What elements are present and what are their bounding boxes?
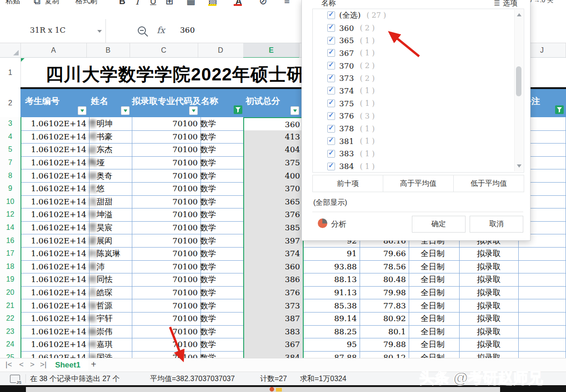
cell-code-3[interactable]: 70100 xyxy=(130,117,201,131)
cell-code-5[interactable]: 70100 xyxy=(130,143,201,157)
cell-major-8[interactable]: 数学 xyxy=(198,169,246,183)
filter-dropdown-c[interactable] xyxy=(189,106,198,115)
row-header-10[interactable]: 10 xyxy=(0,195,21,209)
filter-dropdown-e[interactable] xyxy=(291,106,299,115)
cell-id-19[interactable]: 1.06102E+14 xyxy=(20,273,90,287)
cell-major-24[interactable]: 数学 xyxy=(198,338,246,352)
cell-status-21[interactable]: 拟录取 xyxy=(459,299,519,313)
bold-button[interactable]: B xyxy=(119,0,125,6)
cell-remark-25[interactable] xyxy=(518,351,566,358)
cell-major-10[interactable]: 数学 xyxy=(198,195,246,209)
row-header-12[interactable]: 12 xyxy=(0,208,21,222)
copy-icon[interactable]: ⧉ xyxy=(34,0,40,6)
cell-name-4[interactable]: 邓书豪 xyxy=(86,130,132,144)
cell-name-5[interactable]: 赵东杰 xyxy=(86,143,132,157)
cell-remark-22[interactable] xyxy=(518,312,566,326)
cell-f-22[interactable]: 89.14 xyxy=(299,312,360,326)
cell-id-22[interactable]: 1.06102E+14 xyxy=(20,312,90,326)
cell-code-22[interactable]: 70100 xyxy=(130,312,201,326)
cell-id-21[interactable]: 1.06102E+14 xyxy=(20,299,90,313)
add-sheet-button[interactable]: + xyxy=(91,359,96,370)
row-header-23[interactable]: 23 xyxy=(0,325,21,339)
active-filter-funnel-icon[interactable] xyxy=(234,105,242,114)
cell-code-24[interactable]: 70100 xyxy=(130,338,201,352)
cell-code-8[interactable]: 70100 xyxy=(130,169,201,183)
cell-code-16[interactable]: 70100 xyxy=(130,234,201,248)
cell-g-19[interactable]: 80.48 xyxy=(357,273,409,287)
cell-type-24[interactable]: 全日制 xyxy=(406,338,460,352)
cell-id-17[interactable]: 1.06102E+14 xyxy=(20,247,90,261)
cell-f-24[interactable]: 95 xyxy=(299,338,360,352)
cell-name-17[interactable]: 刘陈岚琳 xyxy=(86,247,132,261)
cell-remark-21[interactable] xyxy=(518,299,566,313)
scroll-down-icon[interactable] xyxy=(517,164,521,168)
cell-remark-24[interactable] xyxy=(518,338,566,352)
checkbox-checked-icon[interactable]: ✓ xyxy=(327,74,335,82)
select-all-corner[interactable] xyxy=(0,43,21,57)
cell-g-25[interactable]: 80.12 xyxy=(357,351,409,358)
scroll-up-icon[interactable] xyxy=(517,13,521,16)
cell-type-18[interactable]: 全日制 xyxy=(406,260,460,274)
cell-g-24[interactable]: 79.88 xyxy=(357,338,409,352)
cell-id-14[interactable]: 1.06102E+14 xyxy=(20,221,90,235)
cell-code-4[interactable]: 70100 xyxy=(130,130,201,144)
cell-name-14[interactable]: 贾昊宸 xyxy=(86,221,132,235)
cell-f-21[interactable]: 85.38 xyxy=(299,299,360,313)
cell-id-10[interactable]: 1.06102E+14 xyxy=(20,195,90,209)
row-header-20[interactable]: 20 xyxy=(0,286,21,300)
cell-status-25[interactable]: 拟录取 xyxy=(459,351,519,358)
row-header-18[interactable]: 18 xyxy=(0,260,21,274)
row-header-7[interactable]: 7 xyxy=(0,156,21,170)
cell-score-10[interactable]: 365 xyxy=(243,195,304,209)
cell-score-19[interactable]: 386 xyxy=(243,273,304,287)
cell-score-7[interactable]: 375 xyxy=(243,156,304,170)
cell-name-7[interactable]: 陶垭 xyxy=(86,156,132,170)
cell-major-21[interactable]: 数学 xyxy=(198,299,246,313)
cell-status-19[interactable]: 拟录取 xyxy=(459,273,519,287)
underline-button[interactable]: U xyxy=(150,0,156,6)
cell-score-5[interactable]: 404 xyxy=(243,143,304,157)
cell-remark-18[interactable] xyxy=(518,260,566,274)
borders-icon[interactable]: ⊞ xyxy=(165,0,174,6)
cell-id-16[interactable]: 1.06102E+14 xyxy=(20,234,90,248)
cell-id-5[interactable]: 1.06102E+14 xyxy=(20,143,90,157)
row-header-14[interactable]: 14 xyxy=(0,221,21,235)
above-average-button[interactable]: 高于平均值 xyxy=(383,175,454,192)
cell-id-20[interactable]: 1.06102E+14 xyxy=(20,286,90,300)
filter-item-373[interactable]: ✓373( 2 ) xyxy=(313,72,524,84)
cell-type-17[interactable]: 全日制 xyxy=(406,247,460,261)
checkbox-checked-icon[interactable]: ✓ xyxy=(327,150,335,158)
filter-item-370[interactable]: ✓370( 2 ) xyxy=(313,60,524,72)
cell-g-22[interactable]: 80.92 xyxy=(357,312,409,326)
cell-code-21[interactable]: 70100 xyxy=(130,299,201,313)
prev-sheet-icon[interactable]: < xyxy=(19,360,24,369)
cell-score-17[interactable]: 374 xyxy=(243,247,304,261)
cell-f-20[interactable]: 91.13 xyxy=(299,286,360,300)
cell-major-16[interactable]: 数学 xyxy=(198,234,246,248)
cell-name-10[interactable]: 沈甜甜 xyxy=(86,195,132,209)
cell-id-24[interactable]: 1.06102E+14 xyxy=(20,338,90,352)
cell-remark-20[interactable] xyxy=(518,286,566,300)
cell-major-9[interactable]: 数学 xyxy=(198,182,246,196)
cell-major-3[interactable]: 数学 xyxy=(198,117,246,131)
paste-button[interactable]: 粘贴 xyxy=(5,0,20,6)
cell-type-25[interactable]: 全日制 xyxy=(406,351,460,358)
show-all-link[interactable]: (全部显示) xyxy=(313,198,347,208)
cell-score-22[interactable]: 387 xyxy=(243,312,304,326)
cell-major-5[interactable]: 数学 xyxy=(198,143,246,157)
top-ten-button[interactable]: 前十项 xyxy=(313,175,383,192)
checkbox-checked-icon[interactable]: ✓ xyxy=(327,62,335,69)
row-header-8[interactable]: 8 xyxy=(0,169,21,183)
cell-name-19[interactable]: 郑同怯 xyxy=(86,273,132,287)
cell-name-18[interactable]: 黄沛 xyxy=(86,260,132,274)
js-macro-icon[interactable]: JS xyxy=(10,375,20,383)
cell-g-23[interactable]: 80.1 xyxy=(357,325,409,339)
cell-major-19[interactable]: 数学 xyxy=(198,273,246,287)
row-header-22[interactable]: 22 xyxy=(0,312,21,326)
cell-id-4[interactable]: 1.06102E+14 xyxy=(20,130,90,144)
filter-item-381[interactable]: ✓381( 1 ) xyxy=(313,135,524,148)
next-sheet-icon[interactable]: > xyxy=(30,360,35,369)
cell-score-24[interactable]: 367 xyxy=(243,338,304,352)
column-header-A[interactable]: A xyxy=(20,43,87,57)
row-header-3[interactable]: 3 xyxy=(0,117,21,131)
